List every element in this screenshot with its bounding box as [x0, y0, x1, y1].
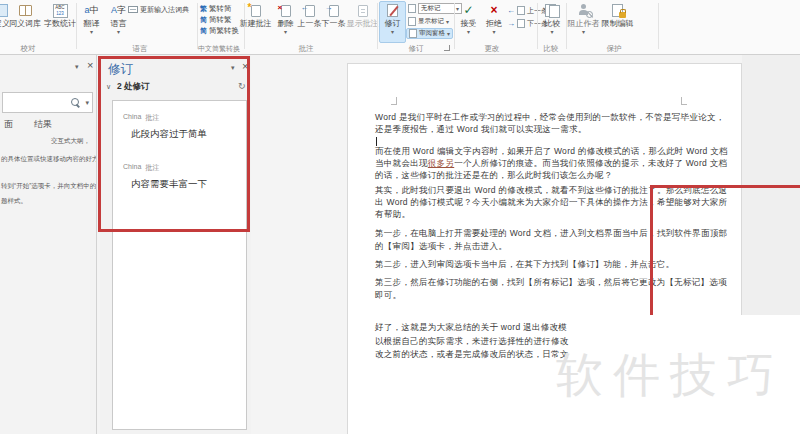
group-label-chinese-conversion: 中文简繁转换: [179, 44, 259, 54]
ime-dictionary-icon: [128, 6, 138, 13]
show-markup-dropdown[interactable]: 显示标记 ▾: [408, 16, 449, 27]
margin-crop-mark-icon: [681, 97, 687, 105]
accept-check-icon: ✓: [456, 2, 481, 19]
ribbon-separator: [658, 3, 659, 49]
reviewing-pane-dropdown[interactable]: 审阅窗格 ▾: [406, 28, 453, 39]
book-icon: [8, 2, 42, 19]
doc-line: 第二步，进入到审阅选项卡当中后，在其下方找到【修订】功能，并点击它。: [375, 259, 674, 269]
tracked-insertion: 很多另: [428, 158, 454, 168]
thesaurus-button[interactable]: 同义词库: [8, 2, 42, 29]
word-count-icon: ABC123: [42, 2, 78, 19]
ribbon-separator: [197, 3, 198, 49]
pane-options-button[interactable]: ▾: [75, 63, 79, 71]
group-label-protect: 保护: [594, 44, 634, 54]
previous-arrow-icon: ←: [507, 6, 515, 15]
site-watermark: 软件技巧: [556, 344, 784, 407]
new-comment-button[interactable]: * 新建批注: [237, 2, 274, 29]
next-arrow-icon: →: [507, 19, 515, 28]
trad-char-icon: 繁: [200, 4, 207, 14]
annotation-line-vertical: [650, 185, 653, 315]
show-markup-icon: [408, 17, 416, 26]
word-review-window: 定义 同义词库 ABC123 字数统计 校对 a中 翻译 ▾ A字 语言 ▾ 更…: [0, 0, 800, 434]
chevron-down-icon: ▾: [447, 32, 450, 37]
page-icon: [517, 6, 525, 15]
delete-comment-button[interactable]: × 删除 ▾: [273, 2, 298, 35]
chevron-down-icon: ▾: [539, 30, 565, 35]
margin-crop-mark-icon: [391, 97, 397, 105]
restrict-editing-button[interactable]: 限制编辑: [601, 2, 634, 29]
nav-hint-text: 转到“开始”选项卡，并向文档中的: [1, 182, 96, 191]
previous-comment-icon: ←: [297, 2, 322, 19]
annotation-line-horizontal: [650, 185, 800, 188]
doc-line: 还是季度报告，通过 Word 我们就可以实现这一需求。: [375, 124, 586, 134]
reject-button[interactable]: × 拒绝 ▾: [482, 2, 506, 35]
doc-line: 而在使用 Word 编辑文字内容时，如果开启了 Word 的修改模式的话，那么此…: [375, 146, 728, 156]
doc-line: 的话，这些修订的批注还是在的，那么此时我们该怎么办呢？: [375, 170, 613, 180]
track-changes-button[interactable]: 修订 ▾: [379, 1, 406, 43]
doc-line: 第一步，在电脑上打开需要处理的 Word 文档，进入到文档界面当中后，找到软件界…: [375, 228, 727, 238]
search-icon: [71, 98, 81, 108]
delete-comment-icon: ×: [273, 2, 298, 19]
convert-char-icon: 简: [200, 26, 207, 36]
dialog-launcher-icon[interactable]: [444, 45, 450, 51]
pane-close-button[interactable]: ×: [87, 59, 93, 71]
chevron-down-icon: ▾: [456, 30, 481, 35]
ribbon-separator: [454, 3, 455, 49]
ribbon-review-tab: 定义 同义词库 ABC123 字数统计 校对 a中 翻译 ▾ A字 语言 ▾ 更…: [0, 0, 800, 55]
nav-hint-text: 题样式。: [1, 197, 27, 206]
simp-char-icon: 简: [200, 15, 207, 25]
doc-line: 第三步，然后在修订功能的右侧，找到【所有标记】选项，然后将它更改为【无标记】选项: [375, 277, 727, 287]
group-label-language: 语言: [120, 44, 160, 54]
group-label-changes: 更改: [472, 44, 512, 54]
nav-tab-results[interactable]: 结果: [34, 118, 52, 131]
doc-line: 改之前的状态，或者是完成修改后的状态，日常文: [375, 349, 569, 359]
ribbon-separator: [377, 3, 378, 49]
doc-line: 以根据自己的实际需求，来进行选择性的进行修改: [375, 336, 569, 346]
block-authors-button[interactable]: 阻止作者 ▾: [567, 2, 600, 35]
restrict-editing-icon: [601, 2, 634, 19]
doc-line: 的【审阅】选项卡，并点击进入。: [375, 241, 507, 251]
markup-page-icon: [408, 4, 416, 13]
chevron-down-icon: ▾: [482, 30, 506, 35]
accept-button[interactable]: ✓ 接受 ▾: [456, 2, 481, 35]
navigation-pane: ▾ × ▾ 面 结果 交互式大纲， 的具体位置或快速移动内容的好方 转到“开始”…: [0, 55, 97, 434]
block-authors-icon: [567, 2, 600, 19]
search-options-icon: ▾: [85, 99, 89, 107]
reject-x-icon: ×: [482, 2, 506, 19]
show-comments-icon: [345, 2, 380, 19]
group-label-tracking: 修订: [396, 44, 436, 54]
translate-button[interactable]: a中 翻译 ▾: [78, 2, 105, 35]
previous-comment-button[interactable]: ← 上一条: [297, 2, 322, 29]
nav-tab-pages[interactable]: 面: [4, 118, 13, 131]
doc-line: 有帮助。: [375, 209, 410, 219]
text-cursor: [376, 137, 377, 146]
search-input[interactable]: ▾: [2, 92, 93, 113]
chevron-down-icon: ▾: [446, 20, 449, 25]
ribbon-separator: [76, 3, 77, 49]
next-comment-icon: →: [321, 2, 346, 19]
simp-to-trad-button[interactable]: 简 简转繁: [200, 14, 232, 25]
page-icon: [517, 19, 525, 28]
group-label-comments: 批注: [286, 44, 326, 54]
chevron-down-icon: ▾: [567, 30, 600, 35]
doc-line: 出 Word 的修订模式呢？今天小编就来为大家介绍一下具体的操作方法，希望能够对…: [375, 197, 727, 207]
word-count-button[interactable]: ABC123 字数统计: [42, 2, 78, 29]
new-comment-icon: *: [237, 2, 274, 19]
doc-line: 好了，这就是为大家总结的关于 word 退出修改模: [375, 322, 567, 332]
group-label-proofing: 校对: [8, 44, 48, 54]
trad-to-simp-button[interactable]: 繁 繁转简: [200, 3, 232, 14]
doc-line: Word 是我们平时在工作或学习的过程中，经常会使用到的一款软件，不管是写毕业论…: [375, 112, 725, 122]
compare-icon: [539, 2, 565, 19]
update-ime-dictionary-button[interactable]: 更新输入法词典: [128, 4, 189, 15]
simp-trad-convert-button[interactable]: 简 简繁转换: [200, 25, 239, 36]
chevron-down-icon: ▾: [78, 30, 105, 35]
doc-line: 当中就会出现很多另一个人所修订的痕迹。而当我们依照修改的提示，未改好了 Word…: [375, 158, 727, 168]
nav-hint-text: 的具体位置或快速移动内容的好方: [1, 155, 97, 164]
group-label-compare: 比较: [531, 44, 571, 54]
next-comment-button[interactable]: → 下一条: [321, 2, 346, 29]
translate-icon: a中: [78, 2, 105, 19]
compare-button[interactable]: 比较 ▾: [539, 2, 565, 35]
ribbon-separator: [537, 3, 538, 49]
show-comments-button[interactable]: 显示批注: [345, 2, 380, 29]
chevron-down-icon: ▾: [380, 30, 405, 35]
